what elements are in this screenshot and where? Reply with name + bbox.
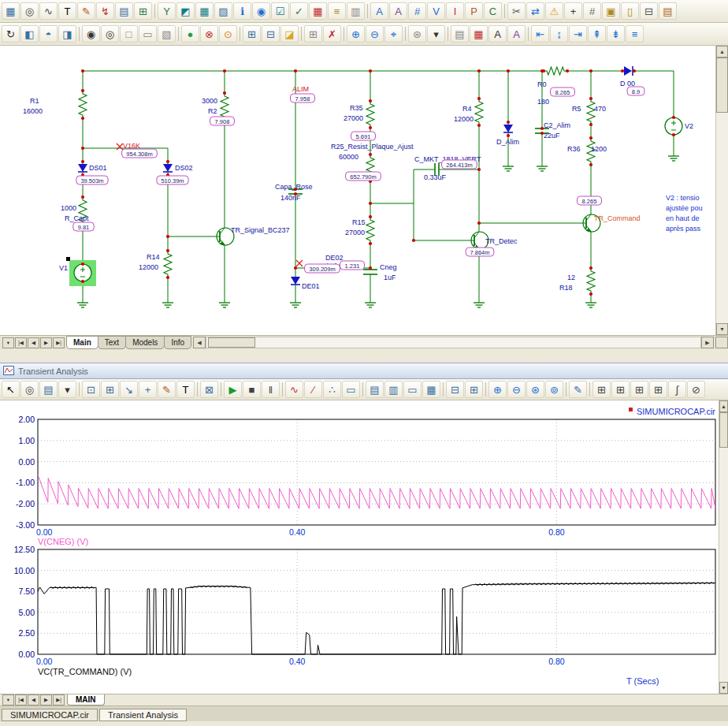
log-x-icon[interactable]: ⊞: [630, 381, 648, 398]
run-icon[interactable]: ▶: [224, 381, 242, 398]
cross-icon[interactable]: +: [564, 2, 582, 20]
stop-icon[interactable]: ■: [243, 381, 261, 398]
page-menu-button[interactable]: ▾: [2, 337, 14, 348]
align-top-icon[interactable]: ⇞: [588, 25, 606, 43]
split-v-icon[interactable]: ⊞: [465, 381, 483, 398]
check-icon[interactable]: ✓: [290, 2, 308, 20]
schematic-label[interactable]: C2_Alim: [544, 121, 570, 129]
schematic-label[interactable]: R25_Resist_Plaque_Ajust: [331, 143, 414, 151]
zoom-box-icon[interactable]: ⊞: [101, 381, 119, 398]
node-numbers-icon[interactable]: #: [408, 2, 426, 20]
cursor-icon[interactable]: ↖: [2, 381, 20, 398]
schematic-label[interactable]: Capa_Rose: [275, 183, 313, 191]
plot1-series-label[interactable]: V(CNEG) (V): [38, 537, 88, 546]
align-center-icon[interactable]: ↨: [550, 25, 568, 43]
hscroll-right-icon[interactable]: ▶: [701, 337, 714, 348]
y-axis-icon[interactable]: ⊞: [611, 381, 630, 398]
schematic-label[interactable]: 1uF: [384, 274, 396, 281]
analysis-page-tab-main[interactable]: MAIN: [67, 694, 105, 706]
source-V2[interactable]: [665, 117, 682, 135]
zoom-select-icon[interactable]: ⌖: [384, 25, 403, 43]
tile-horizontal-icon[interactable]: ▤: [366, 381, 384, 398]
title-block-icon[interactable]: ▯: [621, 2, 639, 20]
clipboard-icon[interactable]: ⊟: [640, 2, 658, 20]
zoom-cursor-icon[interactable]: ⊚: [545, 381, 563, 398]
ruler-icon[interactable]: ▭: [342, 381, 360, 398]
schematic-tab-main[interactable]: Main: [66, 336, 98, 349]
scroll-thumb[interactable]: [716, 58, 728, 113]
schematic-label[interactable]: ALIM: [292, 85, 309, 93]
align-bottom-icon[interactable]: ⇟: [607, 25, 625, 43]
rotate-icon[interactable]: ↻: [2, 25, 20, 43]
schematic-label[interactable]: R14: [147, 253, 160, 261]
currents-icon[interactable]: I: [446, 2, 464, 20]
font-icon[interactable]: A: [488, 25, 507, 43]
mode-select-icon[interactable]: ⊛: [408, 25, 426, 43]
schematic-hscrollbar[interactable]: ◀ ▶: [193, 337, 714, 348]
schematic-label[interactable]: V2 : tensio: [666, 194, 700, 202]
zoom-out-icon[interactable]: ⊖: [366, 25, 384, 43]
schematic-label[interactable]: D_Alim: [496, 138, 519, 146]
page-last-button[interactable]: ▶|: [53, 694, 65, 706]
zoom-in-plot-icon[interactable]: ⊕: [488, 381, 507, 398]
go-icon[interactable]: ●: [181, 25, 199, 43]
schematic-tab-models[interactable]: Models: [125, 336, 165, 349]
schematic-label[interactable]: 12: [567, 274, 575, 281]
schematic-canvas[interactable]: R116000V16KDS01DS021000R_CaptV1R14120003…: [0, 46, 715, 335]
slope-icon[interactable]: ∕: [304, 381, 322, 398]
stop-error-icon[interactable]: ⊗: [200, 25, 218, 43]
hscroll-thumb[interactable]: [208, 337, 255, 348]
schematic-label[interactable]: R36: [567, 145, 581, 153]
multi-pane-icon[interactable]: ▦: [422, 381, 440, 398]
attribute-icon[interactable]: A: [389, 2, 407, 20]
dropdown-icon[interactable]: ▾: [427, 25, 445, 43]
fft-icon[interactable]: ∫: [668, 381, 686, 398]
export-icon[interactable]: ⊠: [200, 381, 218, 398]
cut-icon[interactable]: ✂: [507, 2, 526, 20]
align-left-icon[interactable]: ⇤: [531, 25, 549, 43]
distribute-icon[interactable]: ≡: [626, 25, 644, 43]
picture-icon[interactable]: ▤: [115, 2, 133, 20]
schematic-label[interactable]: Cneg: [380, 263, 397, 271]
table-icon[interactable]: ▦: [195, 2, 214, 20]
matrix-icon[interactable]: ▦: [309, 2, 327, 20]
plots-canvas[interactable]: SIMUMICROCAP.cir 2.001.000.00-1.00-2.00-…: [0, 400, 719, 694]
zoom-in-icon[interactable]: ⊕: [347, 25, 365, 43]
text-mode-icon[interactable]: T: [58, 2, 76, 20]
page-last-button[interactable]: ▶|: [53, 337, 65, 348]
schematic-label[interactable]: TR_Command: [594, 214, 641, 222]
scroll-down-icon[interactable]: ▼: [716, 323, 728, 335]
page-prev-button[interactable]: ◀: [28, 337, 39, 348]
list-icon[interactable]: ≡: [328, 2, 346, 20]
schematic-label[interactable]: DS02: [175, 164, 193, 172]
scroll-track[interactable]: [719, 412, 728, 682]
zoom-out-plot-icon[interactable]: ⊖: [507, 381, 526, 398]
schematic-label[interactable]: ajustée pou: [666, 204, 703, 212]
page-first-button[interactable]: |◀: [15, 337, 27, 348]
schematic-label[interactable]: V2: [685, 122, 693, 130]
schematic-label[interactable]: R15: [352, 218, 366, 226]
schematic-label[interactable]: R4: [462, 105, 472, 113]
scroll-up-icon[interactable]: ▲: [719, 400, 728, 412]
help-mode-icon[interactable]: ◉: [252, 2, 270, 20]
points-icon[interactable]: ∴: [323, 381, 341, 398]
grid-icon[interactable]: #: [583, 2, 601, 20]
schematic-label[interactable]: 27000: [344, 114, 363, 122]
scroll-up-icon[interactable]: ▲: [716, 46, 728, 58]
schematic-label[interactable]: 0.33uF: [424, 173, 447, 181]
page-first-button[interactable]: |◀: [15, 694, 27, 706]
find-next-icon[interactable]: ◎: [101, 25, 119, 43]
schematic-label[interactable]: 1200: [591, 145, 607, 153]
dropdown-icon[interactable]: ▾: [58, 381, 76, 398]
schematic-tab-info[interactable]: Info: [164, 336, 191, 349]
log-y-icon[interactable]: ⊞: [649, 381, 667, 398]
schematic-label[interactable]: R2: [208, 107, 217, 115]
schematic-label[interactable]: 180: [537, 98, 549, 106]
schematic-label[interactable]: 12000: [454, 115, 474, 123]
draw-mode-icon[interactable]: ✎: [77, 2, 95, 20]
cursor-cross-icon[interactable]: +: [139, 381, 157, 398]
window-tab-schematic[interactable]: SIMUMICROCAP.cir: [2, 709, 98, 721]
plot-vscrollbar[interactable]: ▲ ▼: [719, 400, 728, 694]
split-h-icon[interactable]: ⊟: [446, 381, 464, 398]
schematic-label[interactable]: 3000: [202, 97, 217, 105]
